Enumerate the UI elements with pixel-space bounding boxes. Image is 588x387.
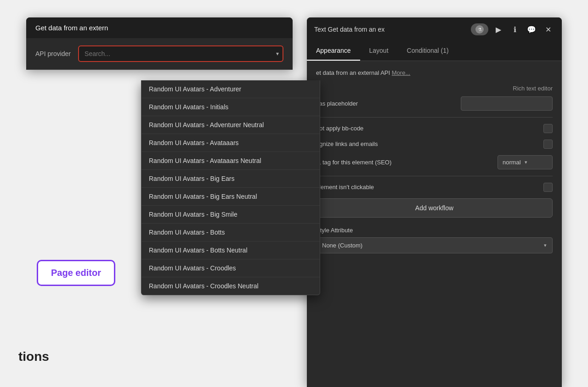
- search-input[interactable]: [78, 45, 283, 62]
- style-attribute-value: None (Custom): [322, 242, 362, 249]
- bb-code-label: not apply bb-code: [316, 125, 543, 132]
- right-panel-title: Text Get data from an ex: [314, 26, 384, 33]
- toggle-pill[interactable]: ⚗: [471, 23, 488, 35]
- html-tag-select[interactable]: normal ▾: [498, 155, 553, 169]
- canvas-placeholder-input[interactable]: [461, 96, 553, 111]
- links-emails-label: ognize links and emails: [316, 140, 543, 147]
- dropdown-item-8[interactable]: Random UI Avatars - Botts: [141, 224, 320, 241]
- left-panel: Get data from an extern API provider ▾: [26, 17, 293, 70]
- flask-icon: ⚗: [475, 25, 484, 34]
- chat-icon[interactable]: 💬: [525, 23, 538, 36]
- description-main: et data from an external API: [316, 69, 390, 76]
- left-panel-header: Get data from an extern: [26, 17, 293, 38]
- links-emails-row: ognize links and emails: [316, 140, 553, 149]
- rich-text-editor-label: Rich text editor: [513, 85, 553, 92]
- clickable-row: element isn't clickable: [316, 183, 553, 192]
- dropdown-item-10[interactable]: Random UI Avatars - Croodles: [141, 259, 320, 277]
- canvas-placeholder-row: vas placeholder: [316, 96, 553, 111]
- left-panel-title: Get data from an extern: [35, 24, 108, 32]
- search-dropdown-container: ▾: [78, 45, 283, 62]
- style-attribute-label: Style Attribute: [316, 227, 553, 234]
- api-provider-label: API provider: [35, 50, 71, 57]
- tab-conditional[interactable]: Conditional (1): [398, 41, 458, 61]
- header-icons: ⚗ ▶ ℹ 💬 ✕: [471, 23, 554, 36]
- description-text: et data from an external API More...: [316, 68, 553, 78]
- add-workflow-button[interactable]: Add workflow: [316, 198, 553, 218]
- tab-bar: Appearance Layout Conditional (1): [307, 41, 562, 61]
- dropdown-item-1[interactable]: Random UI Avatars - Initials: [141, 98, 320, 116]
- dropdown-item-2[interactable]: Random UI Avatars - Adventurer Neutral: [141, 116, 320, 134]
- dropdown-item-0[interactable]: Random UI Avatars - Adventurer: [141, 80, 320, 98]
- right-panel: Text Get data from an ex ⚗ ▶ ℹ 💬 ✕ Appea…: [307, 17, 562, 387]
- bg-bottom-label: tions: [18, 349, 49, 364]
- more-link[interactable]: More...: [392, 69, 410, 76]
- page-editor-button[interactable]: Page editor: [37, 260, 115, 286]
- divider-1: [316, 117, 553, 118]
- style-attr-chevron-icon: ▾: [544, 242, 547, 248]
- chevron-down-icon: ▾: [276, 50, 279, 57]
- dropdown-item-6[interactable]: Random UI Avatars - Big Ears Neutral: [141, 188, 320, 206]
- info-icon[interactable]: ℹ: [509, 23, 521, 36]
- links-emails-checkbox[interactable]: [543, 140, 553, 149]
- bb-code-row: not apply bb-code: [316, 124, 553, 133]
- dropdown-item-11[interactable]: Random UI Avatars - Croodles Neutral: [141, 277, 320, 295]
- play-button[interactable]: ▶: [492, 23, 505, 36]
- dropdown-item-9[interactable]: Random UI Avatars - Botts Neutral: [141, 241, 320, 259]
- html-tag-chevron-icon: ▾: [525, 159, 527, 165]
- html-tag-row: IL tag for this element (SEO) normal ▾: [316, 155, 553, 169]
- rich-text-row: Rich text editor: [316, 85, 553, 92]
- dropdown-item-4[interactable]: Random UI Avatars - Avataaars Neutral: [141, 152, 320, 170]
- dropdown-item-7[interactable]: Random UI Avatars - Big Smile: [141, 206, 320, 224]
- clickable-label: element isn't clickable: [316, 184, 543, 191]
- left-panel-body: API provider ▾: [26, 38, 293, 70]
- dropdown-list: Random UI Avatars - Adventurer Random UI…: [141, 80, 320, 295]
- dropdown-item-3[interactable]: Random UI Avatars - Avataaars: [141, 134, 320, 152]
- html-tag-label: IL tag for this element (SEO): [316, 159, 498, 166]
- close-button[interactable]: ✕: [542, 23, 554, 36]
- tab-layout[interactable]: Layout: [360, 41, 398, 61]
- divider-2: [316, 176, 553, 176]
- style-attribute-select[interactable]: None (Custom) ▾: [316, 237, 553, 253]
- canvas-placeholder-label: vas placeholder: [316, 100, 461, 107]
- html-tag-value: normal: [503, 159, 521, 166]
- right-panel-body: et data from an external API More... Ric…: [307, 61, 562, 261]
- tab-appearance[interactable]: Appearance: [307, 41, 360, 61]
- clickable-checkbox[interactable]: [543, 183, 553, 192]
- dropdown-item-5[interactable]: Random UI Avatars - Big Ears: [141, 170, 320, 188]
- right-panel-header: Text Get data from an ex ⚗ ▶ ℹ 💬 ✕: [307, 17, 562, 41]
- bb-code-checkbox[interactable]: [543, 124, 553, 133]
